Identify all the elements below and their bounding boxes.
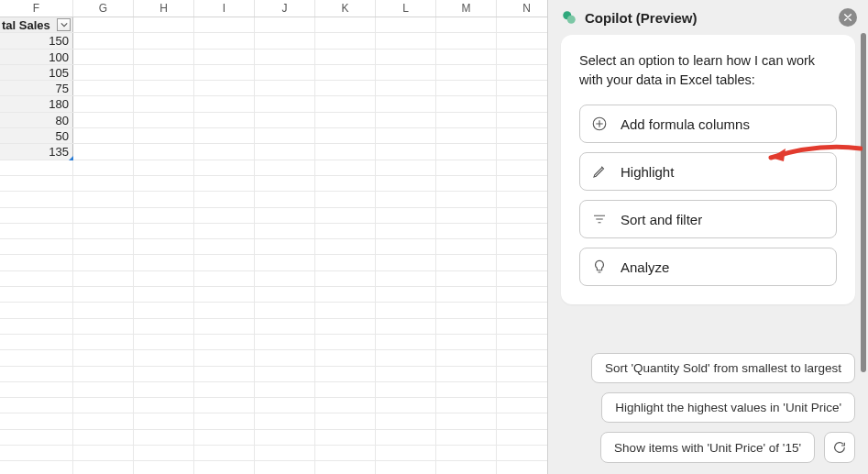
cell[interactable]: [436, 255, 497, 270]
data-cell[interactable]: 150: [0, 33, 73, 48]
option-add-formula-columns[interactable]: Add formula columns: [579, 105, 837, 143]
cell[interactable]: [73, 176, 134, 191]
cell[interactable]: [194, 303, 255, 317]
cell[interactable]: [376, 208, 436, 223]
suggestion-chip[interactable]: Sort 'Quantity Sold' from smallest to la…: [591, 353, 855, 383]
cell[interactable]: [255, 446, 315, 460]
cell[interactable]: [73, 144, 134, 159]
cell[interactable]: [497, 224, 547, 238]
cell[interactable]: [73, 398, 134, 413]
cell[interactable]: [315, 350, 376, 365]
cell[interactable]: [0, 160, 73, 175]
cell[interactable]: [73, 255, 134, 270]
cell[interactable]: [134, 335, 194, 349]
cell[interactable]: [255, 461, 315, 474]
option-sort-and-filter[interactable]: Sort and filter: [579, 200, 837, 238]
cell[interactable]: [134, 224, 194, 238]
cell[interactable]: [315, 192, 376, 206]
suggestion-chip[interactable]: Show items with 'Unit Price' of '15': [600, 432, 815, 463]
cell[interactable]: [436, 413, 497, 428]
col-header[interactable]: H: [134, 0, 194, 17]
cell[interactable]: [0, 413, 73, 428]
cell[interactable]: [497, 65, 547, 80]
cell[interactable]: [497, 160, 547, 175]
cell[interactable]: [194, 255, 255, 270]
cell[interactable]: [134, 350, 194, 365]
cell[interactable]: [134, 382, 194, 397]
cell[interactable]: [436, 461, 497, 474]
cell[interactable]: [194, 113, 255, 127]
cell[interactable]: [315, 446, 376, 460]
cell[interactable]: [436, 33, 497, 48]
cell[interactable]: [497, 335, 547, 349]
cell[interactable]: [255, 128, 315, 143]
cell[interactable]: [376, 192, 436, 206]
cell[interactable]: [0, 287, 73, 302]
cell[interactable]: [73, 430, 134, 445]
cell[interactable]: [436, 192, 497, 206]
cell[interactable]: [73, 33, 134, 48]
col-header[interactable]: F: [0, 0, 73, 17]
cell[interactable]: [255, 33, 315, 48]
cell[interactable]: [376, 17, 436, 32]
cell[interactable]: [134, 239, 194, 254]
cell[interactable]: [376, 176, 436, 191]
cell[interactable]: [0, 398, 73, 413]
cell[interactable]: [73, 17, 134, 32]
cell[interactable]: [73, 50, 134, 64]
col-header[interactable]: K: [315, 0, 376, 17]
cell[interactable]: [315, 319, 376, 334]
cell[interactable]: [134, 81, 194, 95]
cell[interactable]: [134, 367, 194, 381]
cell[interactable]: [134, 303, 194, 317]
cell[interactable]: [255, 398, 315, 413]
cell[interactable]: [73, 160, 134, 175]
cell[interactable]: [0, 461, 73, 474]
cell[interactable]: [194, 33, 255, 48]
cell[interactable]: [194, 271, 255, 286]
cell[interactable]: [134, 208, 194, 223]
cell[interactable]: [0, 430, 73, 445]
col-header[interactable]: J: [255, 0, 315, 17]
cell[interactable]: [315, 144, 376, 159]
cell[interactable]: [436, 113, 497, 127]
cell[interactable]: [497, 81, 547, 95]
cell[interactable]: [255, 192, 315, 206]
cell[interactable]: [194, 239, 255, 254]
cell[interactable]: [315, 398, 376, 413]
cell[interactable]: [0, 335, 73, 349]
cell[interactable]: [134, 461, 194, 474]
cell[interactable]: [436, 65, 497, 80]
cell[interactable]: [376, 65, 436, 80]
cell[interactable]: [497, 113, 547, 127]
cell[interactable]: [0, 350, 73, 365]
cell[interactable]: [436, 208, 497, 223]
cell[interactable]: [134, 50, 194, 64]
cell[interactable]: [376, 128, 436, 143]
cell[interactable]: [436, 319, 497, 334]
cell[interactable]: [436, 239, 497, 254]
cell[interactable]: [134, 160, 194, 175]
cell[interactable]: [73, 382, 134, 397]
cell[interactable]: [497, 239, 547, 254]
cell[interactable]: [497, 413, 547, 428]
cell[interactable]: [194, 160, 255, 175]
col-header[interactable]: I: [194, 0, 255, 17]
cell[interactable]: [0, 208, 73, 223]
cell[interactable]: [255, 113, 315, 127]
cell[interactable]: [315, 303, 376, 317]
cell[interactable]: [376, 319, 436, 334]
cell[interactable]: [194, 287, 255, 302]
cell[interactable]: [315, 17, 376, 32]
cell[interactable]: [0, 271, 73, 286]
cell[interactable]: [376, 398, 436, 413]
cell[interactable]: [255, 17, 315, 32]
cell[interactable]: [436, 287, 497, 302]
cell[interactable]: [376, 224, 436, 238]
cell[interactable]: [194, 17, 255, 32]
cell[interactable]: [436, 303, 497, 317]
cell[interactable]: [255, 160, 315, 175]
cell[interactable]: [134, 413, 194, 428]
col-header[interactable]: L: [376, 0, 436, 17]
cell[interactable]: [73, 224, 134, 238]
